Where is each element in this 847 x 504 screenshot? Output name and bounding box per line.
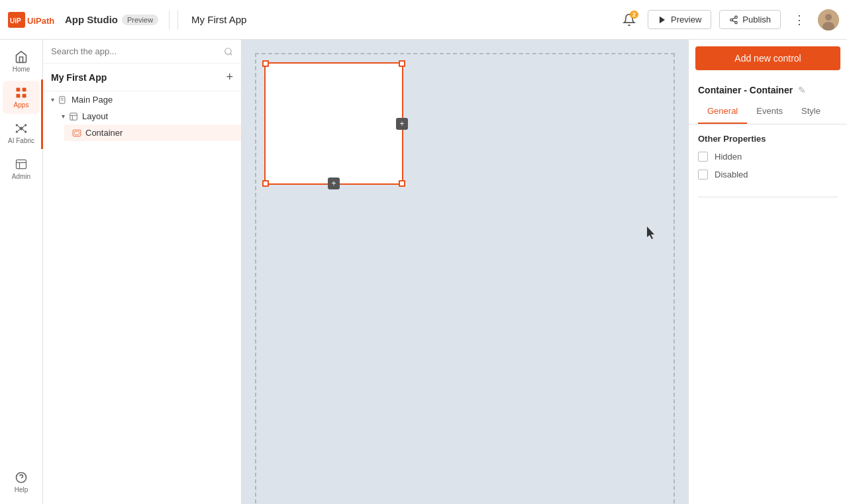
uipath-logo-svg: UiP UiPath (8, 11, 61, 29)
tree-item-main-page[interactable]: ▾ Main Page (43, 91, 241, 108)
sidebar-app-name: My First App (51, 72, 107, 83)
search-icon (224, 47, 233, 56)
page-canvas[interactable]: + + + (255, 53, 675, 504)
svg-rect-13 (23, 88, 26, 92)
topbar-divider (177, 10, 178, 30)
edit-icon[interactable]: ✎ (798, 85, 806, 95)
app-container: UiP UiPath App Studio Preview My First A… (0, 0, 847, 504)
svg-line-21 (18, 126, 20, 128)
svg-point-5 (730, 19, 733, 21)
tab-events[interactable]: Events (747, 102, 792, 124)
notification-button[interactable]: 2 (619, 9, 640, 30)
container-element[interactable]: + + (264, 62, 403, 185)
add-new-control-button[interactable]: Add new control (695, 46, 840, 70)
help-label: Help (15, 486, 28, 493)
resize-handle-tr[interactable] (399, 60, 405, 67)
add-page-button[interactable]: + (226, 70, 233, 84)
sidebar-item-home[interactable]: Home (3, 45, 40, 78)
svg-point-18 (25, 124, 26, 126)
svg-rect-39 (75, 131, 79, 134)
canvas-content: + + + (242, 40, 688, 504)
tree-item-layout[interactable]: ▾ Layout (54, 108, 241, 125)
app-title-topbar: My First App (191, 14, 246, 25)
main-page-label: Main Page (72, 95, 113, 105)
add-control-right[interactable]: + (396, 118, 408, 130)
layout-icon (69, 112, 78, 121)
sidebar-item-admin[interactable]: Admin (3, 152, 40, 185)
tab-style[interactable]: Style (792, 102, 830, 124)
svg-point-4 (735, 16, 738, 19)
uipath-logo: UiP UiPath App Studio (8, 11, 118, 29)
svg-rect-12 (17, 88, 21, 92)
disabled-label: Disabled (715, 170, 748, 179)
hidden-property-row: Hidden (698, 152, 838, 162)
resize-handle-tl[interactable] (262, 60, 269, 67)
hidden-label: Hidden (715, 152, 742, 162)
panel-title-row: Container - Container ✎ (698, 85, 838, 102)
share-icon (729, 15, 738, 25)
svg-point-6 (735, 21, 738, 24)
svg-text:UiPath: UiPath (27, 16, 54, 26)
svg-point-17 (16, 124, 18, 126)
resize-handle-bl[interactable] (262, 180, 269, 187)
notification-badge: 2 (630, 11, 638, 19)
svg-rect-35 (70, 113, 77, 120)
home-icon (15, 50, 28, 64)
sidebar-search (43, 40, 241, 64)
svg-rect-25 (17, 160, 26, 168)
svg-marker-3 (660, 16, 665, 23)
avatar[interactable] (818, 9, 839, 30)
hidden-checkbox[interactable] (698, 152, 708, 162)
disabled-property-row: Disabled (698, 170, 838, 179)
chevron-layout: ▾ (62, 113, 65, 120)
tree-item-container[interactable]: Container (64, 125, 241, 141)
panel-header: Container - Container ✎ General Events S… (689, 77, 847, 125)
publish-button[interactable]: Publish (719, 10, 781, 29)
preview-button[interactable]: Preview (648, 10, 711, 29)
active-indicator (41, 79, 43, 149)
svg-point-19 (16, 130, 18, 132)
cursor (647, 227, 658, 242)
apps-label: Apps (14, 101, 29, 109)
more-options-button[interactable]: ⋮ (789, 9, 810, 30)
resize-handle-br[interactable] (399, 180, 405, 187)
sidebar-item-help[interactable]: Help (3, 466, 40, 499)
other-properties-title: Other Properties (698, 134, 838, 144)
admin-label: Admin (12, 173, 30, 180)
main-area: Home Apps (0, 40, 847, 504)
svg-text:UiP: UiP (10, 17, 21, 25)
appstudio-label: App Studio (65, 14, 118, 25)
svg-rect-15 (23, 94, 26, 98)
panel-body: Other Properties Hidden Disabled (689, 125, 847, 207)
cursor-icon (647, 227, 658, 240)
user-avatar (818, 9, 839, 30)
svg-line-23 (18, 129, 20, 131)
help-icon (15, 471, 28, 484)
container-label: Container (85, 128, 123, 138)
sidebar-header: My First App + (43, 64, 241, 91)
container-icon (72, 128, 81, 138)
preview-badge: Preview (122, 15, 158, 25)
topbar: UiP UiPath App Studio Preview My First A… (0, 0, 847, 40)
right-panel: Add new control Container - Container ✎ … (688, 40, 847, 504)
play-icon (658, 15, 667, 25)
svg-point-10 (825, 14, 832, 21)
sidebar-item-apps[interactable]: Apps (3, 81, 40, 114)
sidebar: My First App + ▾ Main Page ▾ (43, 40, 242, 504)
add-control-bottom[interactable]: + (328, 177, 340, 189)
sidebar-item-ai-fabric[interactable]: AI Fabric (3, 117, 40, 150)
admin-icon (15, 158, 28, 171)
svg-point-30 (225, 48, 231, 54)
ai-fabric-label: AI Fabric (8, 137, 34, 144)
chevron-main-page: ▾ (51, 96, 54, 103)
panel-tabs: General Events Style (698, 102, 838, 124)
tab-general[interactable]: General (698, 102, 747, 124)
svg-point-20 (25, 130, 26, 132)
svg-line-31 (230, 53, 232, 55)
home-label: Home (13, 66, 30, 73)
disabled-checkbox[interactable] (698, 170, 708, 179)
search-input[interactable] (51, 46, 220, 56)
logo-area: UiP UiPath App Studio Preview (8, 11, 170, 29)
left-nav: Home Apps (0, 40, 43, 504)
canvas-area[interactable]: + + + (242, 40, 688, 504)
